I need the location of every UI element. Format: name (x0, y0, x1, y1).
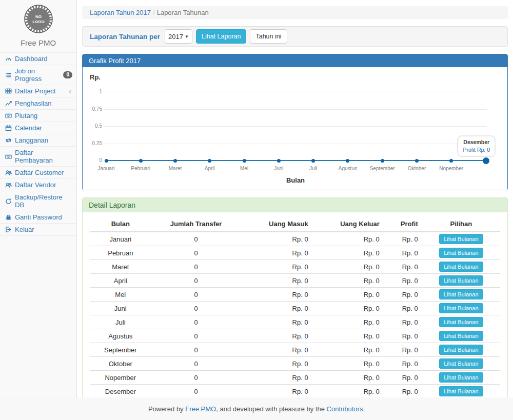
lihat-bulanan-button[interactable]: Lihat Bulanan (439, 303, 483, 313)
users-icon (5, 182, 12, 189)
detail-table-head: BulanJumlah TransferUang MasukUang Kelua… (90, 216, 500, 232)
breadcrumb-link-laporan-tahun[interactable]: Laporan Tahun 2017 (90, 9, 151, 16)
year-select-value: 2017 (168, 33, 183, 41)
cell-profit: Rp. 0 (384, 246, 422, 260)
cell-uang-keluar: Rp. 0 (312, 357, 384, 371)
column-header-pilihan: Pilihan (422, 216, 500, 232)
footer-link-contributors[interactable]: Contributors (327, 405, 363, 413)
cell-uang-masuk: Rp. 0 (241, 274, 312, 288)
table-row: Juli0Rp. 0Rp. 0Rp. 0Lihat Bulanan (90, 315, 500, 329)
cell-uang-masuk: Rp. 0 (241, 288, 312, 302)
profit-series-line (106, 160, 486, 161)
lihat-bulanan-button[interactable]: Lihat Bulanan (439, 289, 483, 299)
cell-bulan: Maret (90, 260, 151, 274)
sidebar-item-label: Penghasilan (15, 99, 52, 107)
year-select[interactable]: 2017 ▼ (165, 29, 192, 44)
sidebar-item-daftar-project[interactable]: Daftar Project‹ (0, 85, 76, 97)
gridline (104, 126, 487, 127)
sidebar-item-piutang[interactable]: Piutang (0, 110, 76, 122)
cell-jumlah-transfer: 0 (151, 288, 241, 302)
sidebar-item-backup-restore-db[interactable]: Backup/Restore DB (0, 191, 76, 211)
data-point-juli (311, 159, 315, 163)
sidebar-item-penghasilan[interactable]: Penghasilan (0, 97, 76, 110)
cell-profit: Rp. 0 (384, 260, 422, 274)
sidebar-item-ganti-password[interactable]: Ganti Password (0, 211, 76, 224)
sidebar-item-dashboard[interactable]: Dashboard (0, 53, 76, 65)
table-row: September0Rp. 0Rp. 0Rp. 0Lihat Bulanan (90, 343, 500, 357)
app-window: NO LOGO Free PMO DashboardJob on Progres… (0, 0, 513, 420)
cell-profit: Rp. 0 (384, 329, 422, 343)
cell-pilihan: Lihat Bulanan (422, 371, 500, 385)
sidebar-item-label: Dashboard (15, 55, 48, 63)
x-tick-label: April (192, 166, 228, 171)
x-tick-label: Pebruari (123, 166, 159, 171)
x-tick-label: Mei (226, 166, 262, 171)
lihat-bulanan-button[interactable]: Lihat Bulanan (439, 345, 483, 355)
cell-uang-keluar: Rp. 0 (312, 329, 384, 343)
cell-pilihan: Lihat Bulanan (422, 232, 500, 246)
cell-bulan: Nopember (90, 371, 151, 385)
cell-pilihan: Lihat Bulanan (422, 246, 500, 260)
cell-uang-keluar: Rp. 0 (312, 371, 384, 385)
cell-profit: Rp. 0 (384, 371, 422, 385)
lihat-bulanan-button[interactable]: Lihat Bulanan (439, 275, 483, 286)
cell-profit: Rp. 0 (384, 232, 422, 246)
cell-bulan: Juni (90, 302, 151, 315)
x-tick-label: Maret (157, 166, 193, 171)
breadcrumb: Laporan Tahun 2017/Laporan Tahunan (82, 6, 508, 19)
no-logo-badge: NO LOGO (24, 4, 53, 34)
detail-laporan-panel: Detail Laporan BulanJumlah TransferUang … (82, 197, 508, 419)
cell-pilihan: Lihat Bulanan (422, 274, 500, 288)
footer-link-free-pmo[interactable]: Free PMO (185, 405, 216, 413)
lihat-bulanan-button[interactable]: Lihat Bulanan (439, 248, 483, 258)
lihat-bulanan-button[interactable]: Lihat Bulanan (439, 262, 483, 272)
sidebar-item-job-on-progress[interactable]: Job on Progress0 (0, 65, 76, 85)
lihat-laporan-button[interactable]: Lihat Laporan (196, 29, 246, 44)
cell-profit: Rp. 0 (384, 343, 422, 357)
cell-uang-masuk: Rp. 0 (241, 329, 312, 343)
sidebar-item-calendar[interactable]: Calendar (0, 122, 76, 134)
data-point-desember (483, 157, 489, 164)
lihat-bulanan-button[interactable]: Lihat Bulanan (439, 317, 483, 327)
table-row: Juni0Rp. 0Rp. 0Rp. 0Lihat Bulanan (90, 302, 500, 315)
lihat-bulanan-button[interactable]: Lihat Bulanan (439, 331, 483, 341)
sidebar-item-label: Daftar Customer (15, 169, 64, 176)
data-point-pebruari (139, 159, 143, 163)
table-icon (5, 88, 12, 95)
lihat-bulanan-button[interactable]: Lihat Bulanan (439, 372, 483, 383)
sidebar-item-daftar-vendor[interactable]: Daftar Vendor (0, 179, 76, 191)
sidebar-item-daftar-pembayaran[interactable]: Daftar Pembayaran (0, 147, 76, 167)
lihat-bulanan-button[interactable]: Lihat Bulanan (439, 234, 483, 244)
sidebar-item-langganan[interactable]: Langganan (0, 134, 76, 147)
cell-pilihan: Lihat Bulanan (422, 260, 500, 274)
chart-line-icon (5, 100, 12, 107)
main-content: Laporan Tahun 2017/Laporan Tahunan Lapor… (77, 0, 513, 397)
x-tick-label: Juli (295, 166, 331, 171)
lihat-bulanan-button[interactable]: Lihat Bulanan (439, 386, 483, 396)
x-tick-label: Juni (261, 166, 297, 171)
tahun-ini-button[interactable]: Tahun ini (250, 29, 287, 44)
cell-uang-masuk: Rp. 0 (241, 232, 312, 246)
y-tick-label: 0 (83, 157, 102, 163)
money-icon (5, 112, 12, 119)
table-row: Oktober0Rp. 0Rp. 0Rp. 0Lihat Bulanan (90, 357, 500, 371)
cell-profit: Rp. 0 (384, 357, 422, 371)
sidebar-item-label: Piutang (15, 112, 37, 119)
profit-chart-panel: Grafik Profit 2017 Rp. 10.750.50.250Janu… (82, 54, 508, 190)
cell-pilihan: Lihat Bulanan (422, 357, 500, 371)
data-point-agustus (346, 159, 349, 163)
year-filter-form: Laporan Tahunan per 2017 ▼ Lihat Laporan… (82, 26, 508, 47)
cell-uang-keluar: Rp. 0 (312, 288, 384, 302)
table-row: Mei0Rp. 0Rp. 0Rp. 0Lihat Bulanan (90, 288, 500, 302)
cell-pilihan: Lihat Bulanan (422, 302, 500, 315)
sidebar-item-label: Backup/Restore DB (15, 193, 72, 209)
cell-jumlah-transfer: 0 (151, 343, 241, 357)
cell-jumlah-transfer: 0 (151, 274, 241, 288)
lihat-bulanan-button[interactable]: Lihat Bulanan (439, 358, 483, 369)
chart-panel-title: Grafik Profit 2017 (83, 54, 507, 67)
count-badge: 0 (63, 71, 72, 78)
sidebar-item-keluar[interactable]: Keluar (0, 224, 76, 236)
cell-jumlah-transfer: 0 (151, 329, 241, 343)
sidebar-item-daftar-customer[interactable]: Daftar Customer (0, 167, 76, 179)
cell-uang-masuk: Rp. 0 (241, 371, 312, 385)
